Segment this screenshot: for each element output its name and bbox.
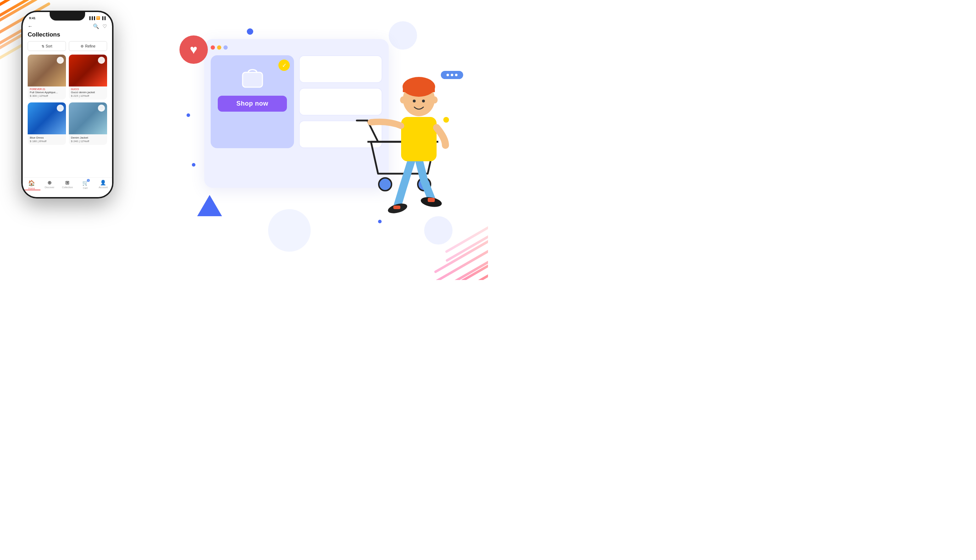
dot-2 xyxy=(451,74,453,76)
product-1-info: FOREVER 21 Full Sleeve Applique... $ 300… xyxy=(28,87,66,100)
product-2-name: Gucci denim jacket xyxy=(71,91,105,94)
product-2-info: GUCCI Gucci denim jacket $ 215 | 10%off xyxy=(69,87,107,100)
sort-label: Sort xyxy=(46,44,52,48)
nav-cart[interactable]: 🛒 5 Cart xyxy=(76,180,94,189)
home-icon: 🏠 xyxy=(28,180,35,187)
phone-top-nav: ← 🔍 ♡ xyxy=(28,23,107,29)
filter-bar: ⇅ Sort ⚙ Refine xyxy=(28,41,107,51)
illustration-section: ♥ ✓ Shop now xyxy=(169,0,488,280)
product-card-1[interactable]: ♡ FOREVER 21 Full Sleeve Applique... $ 3… xyxy=(28,55,66,100)
product-1-brand: FOREVER 21 xyxy=(30,88,64,90)
dots-bubble xyxy=(441,71,463,79)
phone-bottom-nav: 🏠 Home ⊕ Discover ⊞ Collection 🛒 5 Car xyxy=(23,177,112,197)
cart-badge-wrapper: 🛒 5 xyxy=(82,180,88,186)
status-icons: ▐▐▐ 🛜 ▐▐ xyxy=(88,16,106,20)
product-card-4[interactable]: ♡ Denim Jacket $ 240 | 12%off xyxy=(69,102,107,145)
nav-account[interactable]: 👤 Account xyxy=(94,180,112,188)
svg-point-15 xyxy=(432,97,438,103)
product-2-wishlist[interactable]: ♡ xyxy=(98,57,105,64)
status-time: 9:41 xyxy=(29,16,35,20)
heart-badge-icon: ♥ xyxy=(190,42,197,57)
product-4-wishlist[interactable]: ♡ xyxy=(98,105,105,112)
sort-icon: ⇅ xyxy=(42,44,44,48)
refine-button[interactable]: ⚙ Refine xyxy=(69,41,107,51)
nav-discover-label: Discover xyxy=(45,186,54,188)
heart-icon[interactable]: ♡ xyxy=(102,23,107,29)
svg-rect-7 xyxy=(393,205,400,209)
heart-badge: ♥ xyxy=(179,35,208,64)
product-1-wishlist[interactable]: ♡ xyxy=(57,57,64,64)
collection-icon: ⊞ xyxy=(65,180,70,185)
browser-dot-yellow xyxy=(217,45,221,50)
product-card-2[interactable]: ♡ GUCCI Gucci denim jacket $ 215 | 10%of… xyxy=(69,55,107,100)
nav-home[interactable]: 🏠 Home xyxy=(23,180,40,190)
product-3-info: Blue Dress $ 180 | 8%off xyxy=(28,134,66,145)
product-2-brand: GUCCI xyxy=(71,88,105,90)
product-3-wishlist[interactable]: ♡ xyxy=(57,105,64,112)
cart-count-badge: 5 xyxy=(87,179,90,182)
svg-rect-6 xyxy=(428,198,435,202)
shopping-bag-icon xyxy=(238,62,267,91)
product-4-info: Denim Jacket $ 240 | 12%off xyxy=(69,134,107,145)
product-1-price: $ 300 | 10%off xyxy=(30,94,64,97)
back-button[interactable]: ← xyxy=(28,23,33,29)
products-grid: ♡ FOREVER 21 Full Sleeve Applique... $ 3… xyxy=(28,55,107,145)
nav-collection-label: Collection xyxy=(62,186,73,188)
nav-account-label: Account xyxy=(99,186,107,188)
collections-title: Collections xyxy=(28,31,107,38)
dot-3 xyxy=(455,74,458,76)
nav-cart-label: Cart xyxy=(83,187,88,189)
discover-icon: ⊕ xyxy=(47,180,52,185)
nav-collection[interactable]: ⊞ Collection xyxy=(58,180,76,188)
blue-dot-2 xyxy=(187,113,190,117)
browser-dot-red xyxy=(211,45,215,50)
browser-dot-blue xyxy=(224,45,228,50)
shop-now-button[interactable]: Shop now xyxy=(218,96,287,112)
battery-icon: ▐▐ xyxy=(101,16,106,20)
svg-point-2 xyxy=(379,178,391,191)
wifi-icon: 🛜 xyxy=(96,16,100,20)
signal-icon: ▐▐▐ xyxy=(88,16,95,20)
svg-rect-8 xyxy=(401,117,436,161)
product-3-name: Blue Dress xyxy=(30,136,64,139)
triangle-decoration xyxy=(197,195,222,216)
refine-icon: ⚙ xyxy=(80,44,84,48)
sort-button[interactable]: ⇅ Sort xyxy=(28,41,66,51)
svg-rect-0 xyxy=(242,72,262,87)
nav-action-icons: 🔍 ♡ xyxy=(93,23,107,29)
svg-point-13 xyxy=(422,100,425,102)
svg-point-14 xyxy=(400,97,406,103)
account-icon: 👤 xyxy=(100,180,106,185)
check-icon: ✓ xyxy=(282,62,287,69)
phone-notch xyxy=(50,12,85,20)
product-1-name: Full Sleeve Applique... xyxy=(30,91,64,94)
product-4-price: $ 240 | 12%off xyxy=(71,140,105,143)
search-icon[interactable]: 🔍 xyxy=(93,23,99,29)
svg-point-9 xyxy=(368,120,373,125)
person-with-cart-illustration xyxy=(343,21,485,228)
blue-dot-3 xyxy=(192,163,196,167)
refine-label: Refine xyxy=(85,44,95,48)
product-2-price: $ 215 | 10%off xyxy=(71,94,105,97)
circle-deco-2 xyxy=(268,209,311,252)
product-4-name: Denim Jacket xyxy=(71,136,105,139)
check-badge: ✓ xyxy=(278,60,290,71)
product-card-3[interactable]: ♡ Blue Dress $ 180 | 8%off xyxy=(28,102,66,145)
blue-dot-1 xyxy=(247,28,253,35)
featured-product-card: ✓ Shop now xyxy=(211,55,294,148)
phone-mockup: 9:41 ▐▐▐ 🛜 ▐▐ ← 🔍 ♡ Collect xyxy=(21,11,114,198)
dot-1 xyxy=(446,74,449,76)
phone-screen-content: ← 🔍 ♡ Collections ⇅ Sort ⚙ xyxy=(23,22,112,145)
product-3-price: $ 180 | 8%off xyxy=(30,140,64,143)
nav-home-label: Home xyxy=(28,187,35,190)
svg-point-12 xyxy=(413,100,416,102)
person-cart-svg xyxy=(343,21,485,227)
nav-discover[interactable]: ⊕ Discover xyxy=(40,180,58,188)
